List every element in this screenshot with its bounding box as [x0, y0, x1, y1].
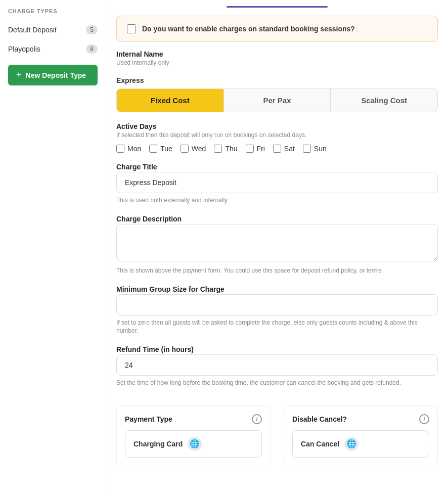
internal-name-label: Internal Name: [116, 50, 438, 58]
day-mon-label: Mon: [127, 145, 141, 153]
min-group-size-input[interactable]: [116, 294, 438, 315]
info-char: i: [423, 416, 425, 423]
day-sun-label: Sun: [314, 145, 327, 153]
info-char: i: [256, 416, 257, 423]
tab-scaling-cost-label: Scaling Cost: [361, 96, 407, 105]
charge-description-input[interactable]: [116, 224, 438, 261]
sidebar-item-label: Default Deposit: [8, 26, 57, 34]
tab-fixed-cost[interactable]: Fixed Cost: [117, 89, 224, 112]
day-sun[interactable]: Sun: [303, 145, 327, 153]
charge-description-hint: This is shown above the payment form. Yo…: [116, 266, 438, 275]
top-bar-line: [227, 6, 328, 8]
tab-per-pax-label: Per Pax: [263, 96, 291, 105]
charging-card-option[interactable]: Charging Card 🌐: [125, 430, 262, 458]
top-bar: [106, 0, 448, 8]
tab-group: Fixed Cost Per Pax Scaling Cost: [116, 88, 438, 112]
day-sat-checkbox[interactable]: [273, 145, 281, 153]
enable-charges-banner: Do you want to enable charges on standar…: [116, 16, 438, 42]
charge-title-input[interactable]: [116, 172, 438, 193]
charging-card-globe-icon: 🌐: [188, 437, 202, 451]
day-sat-label: Sat: [284, 145, 295, 153]
can-cancel-label: Can Cancel: [301, 440, 339, 448]
sidebar-item-playopolis[interactable]: Playopolis 8: [0, 39, 106, 59]
active-days-hint: If selected then this deposit will only …: [116, 131, 438, 139]
sidebar: CHARGE TYPES Default Deposit 5 Playopoli…: [0, 0, 106, 496]
tab-scaling-cost[interactable]: Scaling Cost: [331, 89, 437, 112]
refund-time-label: Refund Time (in hours): [116, 345, 438, 353]
bottom-cards: Payment Type i Charging Card 🌐 Disable C…: [116, 397, 438, 466]
day-sat[interactable]: Sat: [273, 145, 295, 153]
main-content: Do you want to enable charges on standar…: [106, 0, 448, 496]
payment-type-title: Payment Type: [125, 415, 172, 423]
day-fri-checkbox[interactable]: [246, 145, 254, 153]
enable-charges-text: Do you want to enable charges on standar…: [142, 25, 355, 33]
days-row: Mon Tue Wed Thu Fri: [116, 145, 438, 153]
charge-title-group: Charge Title This is used both externall…: [116, 163, 438, 205]
new-deposit-label: New Deposit Type: [26, 71, 86, 79]
day-tue-label: Tue: [160, 145, 172, 153]
express-label: Express: [116, 76, 438, 84]
disable-cancel-title: Disable Cancel?: [292, 415, 347, 423]
day-fri[interactable]: Fri: [246, 145, 265, 153]
day-wed-label: Wed: [192, 145, 206, 153]
payment-type-card: Payment Type i Charging Card 🌐: [116, 405, 271, 466]
charge-title-hint: This is used both externally and interna…: [116, 196, 438, 205]
charge-description-label: Charge Description: [116, 215, 438, 223]
day-fri-label: Fri: [257, 145, 265, 153]
new-deposit-button[interactable]: + New Deposit Type: [8, 65, 98, 85]
charge-title-label: Charge Title: [116, 163, 438, 171]
min-group-size-group: Minimum Group Size for Charge If set to …: [116, 285, 438, 336]
sidebar-item-badge: 5: [86, 25, 98, 34]
charging-card-label: Charging Card: [133, 440, 183, 448]
day-thu-checkbox[interactable]: [214, 145, 222, 153]
day-wed-checkbox[interactable]: [181, 145, 189, 153]
internal-name-group: Internal Name Used internally only: [116, 50, 438, 66]
disable-cancel-info-icon[interactable]: i: [419, 414, 429, 424]
day-wed[interactable]: Wed: [181, 145, 206, 153]
day-tue[interactable]: Tue: [149, 145, 172, 153]
refund-time-group: Refund Time (in hours) Set the time of h…: [116, 345, 438, 387]
can-cancel-globe-icon: 🌐: [344, 437, 359, 451]
disable-cancel-card: Disable Cancel? i Can Cancel 🌐: [284, 405, 438, 466]
tab-per-pax[interactable]: Per Pax: [224, 89, 331, 112]
sidebar-item-label: Playopolis: [8, 45, 40, 53]
enable-charges-checkbox[interactable]: [127, 24, 136, 33]
day-thu-label: Thu: [225, 145, 237, 153]
payment-type-info-icon[interactable]: i: [252, 414, 262, 424]
sidebar-item-default-deposit[interactable]: Default Deposit 5: [0, 20, 106, 39]
can-cancel-option[interactable]: Can Cancel 🌐: [292, 430, 429, 458]
plus-icon: +: [16, 70, 22, 80]
active-days-group: Active Days If selected then this deposi…: [116, 122, 438, 153]
sidebar-item-badge: 8: [86, 44, 98, 54]
day-sun-checkbox[interactable]: [303, 145, 311, 153]
charge-description-group: Charge Description This is shown above t…: [116, 215, 438, 275]
min-group-size-hint: If set to zero then all guests will be a…: [116, 319, 438, 336]
sidebar-title: CHARGE TYPES: [0, 8, 106, 20]
form-section: Internal Name Used internally only Expre…: [106, 50, 448, 466]
internal-name-sublabel: Used internally only: [116, 59, 438, 66]
refund-time-input[interactable]: [116, 354, 438, 376]
day-mon-checkbox[interactable]: [116, 145, 124, 153]
min-group-size-label: Minimum Group Size for Charge: [116, 285, 438, 293]
day-tue-checkbox[interactable]: [149, 145, 157, 153]
payment-type-header: Payment Type i: [125, 414, 262, 424]
disable-cancel-header: Disable Cancel? i: [292, 414, 429, 424]
active-days-title: Active Days: [116, 122, 438, 130]
day-mon[interactable]: Mon: [116, 145, 141, 153]
day-thu[interactable]: Thu: [214, 145, 237, 153]
tab-fixed-cost-label: Fixed Cost: [151, 96, 190, 105]
refund-time-hint: Set the time of how long before the book…: [116, 379, 438, 387]
